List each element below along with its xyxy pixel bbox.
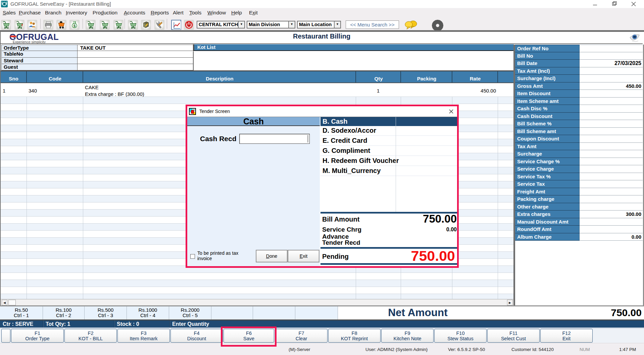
svg-text:$: $ [73,24,76,28]
